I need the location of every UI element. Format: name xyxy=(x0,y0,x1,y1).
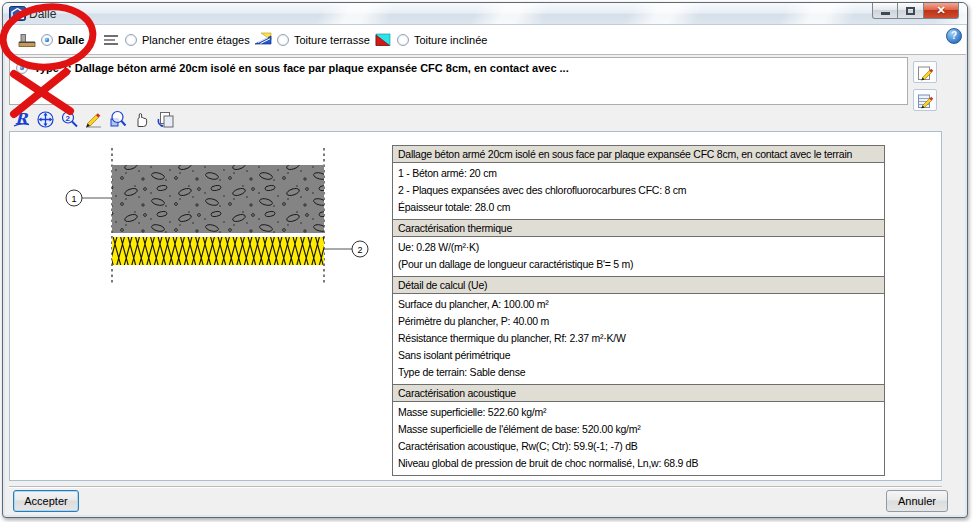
radio-type-1[interactable] xyxy=(16,62,28,74)
measure-pencil-icon xyxy=(84,110,103,129)
edit-pencil-icon xyxy=(917,64,934,81)
maximize-icon xyxy=(906,7,915,15)
radio-dalle[interactable] xyxy=(41,34,53,46)
edit-list-button[interactable] xyxy=(913,89,937,111)
type-item-1[interactable]: Type 1: Dallage béton armé 20cm isolé en… xyxy=(16,62,569,74)
footer-separator xyxy=(9,486,942,488)
callout-2-number: 2 xyxy=(357,245,362,255)
calc-line: Surface du plancher, A: 100.00 m² xyxy=(398,296,879,313)
zoom-window-button[interactable] xyxy=(107,109,128,129)
section-thermal: Ue: 0.28 W/(m²·K) (Pour un dallage de lo… xyxy=(392,236,885,277)
measure-button[interactable] xyxy=(83,109,104,129)
minimize-button[interactable] xyxy=(872,3,898,19)
dialog-window: Dalle ✕ Dalle xyxy=(2,2,968,518)
edit-buttons xyxy=(913,61,937,111)
desktop: Dalle ✕ Dalle xyxy=(0,0,974,522)
pan-button[interactable] xyxy=(131,109,152,129)
thermal-line: Ue: 0.28 W/(m²·K) xyxy=(398,239,879,256)
cancel-button[interactable]: Annuler xyxy=(886,490,948,512)
preview-area: 1 2 Dallage béton armé 20cm isolé en sou… xyxy=(9,131,942,481)
acoustic-line: Masse superficielle de l'élément de base… xyxy=(398,421,879,438)
view-toolbar: R 2 xyxy=(11,109,176,129)
copy-settings-button[interactable] xyxy=(155,109,176,129)
calc-line: Résistance thermique du plancher, Rf: 2.… xyxy=(398,330,879,347)
description-panel: Dallage béton armé 20cm isolé en sous fa… xyxy=(392,146,885,476)
section-title: Dallage béton armé 20cm isolé en sous fa… xyxy=(392,145,885,163)
edit-table-pencil-icon xyxy=(917,92,934,109)
layer-line: 1 - Béton armé: 20 cm xyxy=(398,165,879,182)
option-dalle[interactable]: Dalle xyxy=(18,31,84,49)
option-toiture-terrasse[interactable]: Toiture terrasse xyxy=(254,31,370,49)
type-list: Type 1: Dallage béton armé 20cm isolé en… xyxy=(9,57,908,105)
section-calc-header: Détail de calcul (Ue) xyxy=(392,276,885,294)
window-title: Dalle xyxy=(29,7,56,21)
element-type-bar: Dalle Plancher entre étages Toiture xyxy=(6,25,966,55)
calc-line: Périmètre du plancher, P: 40.00 m xyxy=(398,313,879,330)
edit-type-button[interactable] xyxy=(913,61,937,83)
calc-line: Type de terrain: Sable dense xyxy=(398,364,879,381)
help-button[interactable]: ? xyxy=(946,28,962,44)
maximize-button[interactable] xyxy=(898,3,924,19)
close-icon: ✕ xyxy=(936,4,945,17)
radio-toiture-inclinee[interactable] xyxy=(397,34,409,46)
zoom-previous-button[interactable]: 2 xyxy=(59,109,80,129)
thermal-line: (Pour un dallage de longueur caractérist… xyxy=(398,256,879,273)
svg-text:2: 2 xyxy=(66,113,71,122)
app-icon xyxy=(9,6,26,21)
acoustic-line: Masse superficielle: 522.60 kg/m² xyxy=(398,404,879,421)
calc-line: Sans isolant périmétrique xyxy=(398,347,879,364)
option-toiture-inclinee[interactable]: Toiture inclinée xyxy=(374,31,487,49)
layer-line: Épaisseur totale: 28.0 cm xyxy=(398,199,879,216)
radio-toiture-terrasse[interactable] xyxy=(277,34,289,46)
type-1-label: Type 1: Dallage béton armé 20cm isolé en… xyxy=(34,62,569,74)
option-plancher-label: Plancher entre étages xyxy=(142,34,250,46)
section-acoustic-header: Caractérisation acoustique xyxy=(392,384,885,402)
concrete-layer xyxy=(112,165,324,233)
help-icon: ? xyxy=(951,30,957,41)
copy-settings-icon xyxy=(156,110,175,129)
insulation-layer xyxy=(112,237,324,265)
zoom-real-button[interactable]: R xyxy=(11,109,32,129)
floor-between-storeys-icon xyxy=(102,32,120,48)
close-button[interactable]: ✕ xyxy=(924,3,959,19)
option-plancher[interactable]: Plancher entre étages xyxy=(102,31,250,49)
section-layers: 1 - Béton armé: 20 cm 2 - Plaques expans… xyxy=(392,162,885,220)
flat-roof-icon xyxy=(254,32,272,48)
zoom-extents-icon xyxy=(36,110,55,129)
zoom-previous-icon: 2 xyxy=(60,110,79,129)
section-acoustic: Masse superficielle: 522.60 kg/m² Masse … xyxy=(392,401,885,476)
pan-hand-icon xyxy=(132,110,151,129)
radio-plancher[interactable] xyxy=(125,34,137,46)
option-dalle-label: Dalle xyxy=(58,34,84,46)
acoustic-line: Caractérisation acoustique, Rw(C; Ctr): … xyxy=(398,438,879,455)
zoom-window-icon xyxy=(108,110,127,129)
accept-button[interactable]: Accepter xyxy=(13,490,79,512)
callout-1-number: 1 xyxy=(71,194,76,204)
option-toiture-terrasse-label: Toiture terrasse xyxy=(294,34,370,46)
sloped-roof-icon xyxy=(374,32,392,48)
minimize-icon xyxy=(881,12,890,15)
title-bar[interactable]: Dalle ✕ xyxy=(3,3,967,25)
section-calc: Surface du plancher, A: 100.00 m² Périmè… xyxy=(392,293,885,385)
acoustic-line: Niveau global de pression de bruit de ch… xyxy=(398,455,879,472)
zoom-real-icon: R xyxy=(12,110,31,129)
slab-on-ground-icon xyxy=(18,32,36,48)
section-thermal-header: Caractérisation thermique xyxy=(392,219,885,237)
zoom-extents-button[interactable] xyxy=(35,109,56,129)
option-toiture-inclinee-label: Toiture inclinée xyxy=(414,34,487,46)
layer-line: 2 - Plaques expansées avec des chloroflu… xyxy=(398,182,879,199)
